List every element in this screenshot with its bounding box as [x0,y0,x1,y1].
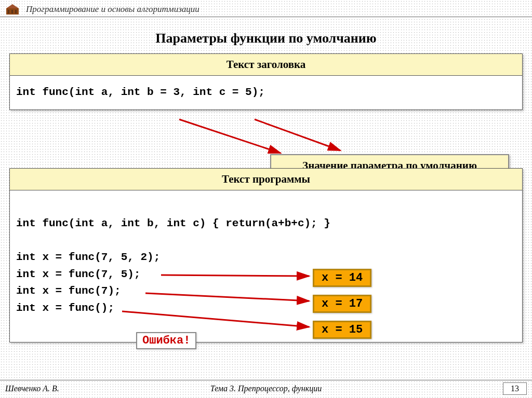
panel2-heading: Текст программы [10,169,522,190]
page-footer: Шевченко А. В. Тема 3. Препроцессор, фун… [0,380,532,398]
course-title: Программирование и основы алгоритмизации [26,4,200,15]
page-number: 13 [503,382,527,395]
code-line: int func(int a, int b, int c) { return(a… [16,217,330,229]
svg-rect-2 [8,10,9,13]
svg-marker-1 [6,4,19,8]
code-line: int x = func(); [16,302,114,314]
panel1-heading: Текст заголовка [10,54,522,76]
code-line: int x = func(7, 5, 2); [16,251,160,263]
svg-line-5 [179,119,281,153]
error-box: Ошибка! [136,332,196,349]
slide-title: Параметры функции по умолчанию [0,31,532,46]
panel-header-text: Текст заголовка int func(int a, int b = … [9,53,523,110]
panel1-code: int func(int a, int b = 3, int c = 5); [10,76,522,109]
page-header: Программирование и основы алгоритмизации [0,0,532,17]
panel-program-text: Текст программы int func(int a, int b, i… [9,168,523,342]
result-box-3: x = 15 [313,321,371,339]
code-line: int x = func(7); [16,285,121,297]
svg-rect-4 [15,10,17,13]
panel2-body: int func(int a, int b, int c) { return(a… [10,190,522,342]
svg-line-6 [255,119,340,150]
svg-rect-3 [11,10,13,13]
footer-topic: Тема 3. Препроцессор, функции [0,384,532,393]
result-box-1: x = 14 [313,269,371,287]
code-line: int x = func(7, 5); [16,268,140,280]
university-logo-icon [5,3,20,16]
result-box-2: x = 17 [313,295,371,313]
